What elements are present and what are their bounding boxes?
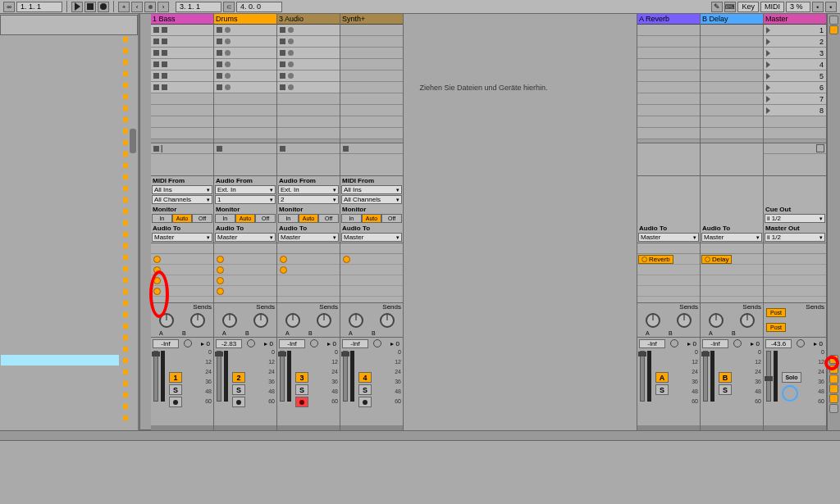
clip-slot[interactable] bbox=[277, 93, 340, 105]
loop-start-display[interactable]: 3. 1. 1 bbox=[176, 2, 221, 12]
performance-section-toggle[interactable] bbox=[829, 404, 838, 413]
clip-slot[interactable] bbox=[340, 70, 403, 82]
clip-slot[interactable] bbox=[151, 82, 213, 93]
crossfade-section-toggle[interactable] bbox=[829, 394, 838, 403]
clip-slot[interactable] bbox=[214, 93, 276, 105]
pan-knob[interactable] bbox=[797, 339, 805, 347]
solo-cue-button[interactable]: Solo bbox=[782, 372, 801, 383]
pan-knob[interactable] bbox=[373, 339, 381, 347]
send-slot[interactable] bbox=[151, 265, 213, 275]
send-slot[interactable] bbox=[340, 286, 403, 297]
monitor-auto-button[interactable]: Auto bbox=[299, 214, 319, 223]
send-slot[interactable] bbox=[214, 275, 276, 286]
output-select[interactable]: Master bbox=[278, 233, 339, 242]
track-title[interactable]: A Reverb bbox=[637, 14, 700, 25]
clip-slot[interactable] bbox=[151, 36, 213, 48]
post-button-a[interactable]: Post bbox=[766, 308, 786, 317]
track-drop-area[interactable] bbox=[404, 14, 637, 430]
clip-slot[interactable] bbox=[151, 93, 213, 105]
track-title[interactable]: Drums bbox=[214, 14, 276, 25]
track-title[interactable]: B Delay bbox=[701, 14, 763, 25]
send-slot[interactable] bbox=[277, 275, 340, 286]
clip-slot[interactable] bbox=[151, 25, 213, 36]
clip-slot[interactable] bbox=[340, 105, 403, 116]
send-slot[interactable] bbox=[277, 254, 340, 265]
volume-display[interactable]: -Inf bbox=[279, 339, 305, 348]
solo-button[interactable]: S bbox=[719, 384, 732, 395]
clip-slot[interactable] bbox=[277, 25, 340, 36]
solo-button[interactable]: S bbox=[655, 384, 669, 395]
send-b-knob[interactable] bbox=[677, 313, 692, 328]
browser-selected-item[interactable] bbox=[1, 355, 119, 366]
arm-button[interactable] bbox=[358, 397, 372, 407]
volume-display[interactable]: -Inf bbox=[153, 339, 179, 348]
pan-knob[interactable] bbox=[184, 339, 192, 347]
send-slot[interactable] bbox=[340, 275, 403, 286]
draw-mode-button[interactable]: ✎ bbox=[711, 2, 723, 12]
master-out-select[interactable]: ii 1/2 bbox=[765, 233, 825, 242]
arm-button[interactable] bbox=[232, 397, 245, 407]
monitor-off-button[interactable]: Off bbox=[192, 214, 212, 223]
return-label[interactable]: Reverb bbox=[638, 255, 673, 264]
stop-button[interactable] bbox=[84, 2, 96, 12]
clip-slot[interactable] bbox=[151, 70, 213, 82]
scene-launch[interactable]: 4 bbox=[764, 59, 826, 70]
send-slot[interactable] bbox=[340, 254, 403, 265]
monitor-in-button[interactable]: In bbox=[278, 214, 299, 223]
clip-slot[interactable] bbox=[214, 116, 276, 128]
scene-launch[interactable]: 5 bbox=[764, 70, 826, 82]
monitor-in-button[interactable]: In bbox=[341, 214, 362, 223]
clip-slot[interactable] bbox=[214, 59, 276, 70]
clip-slot[interactable] bbox=[340, 93, 403, 105]
volume-fader[interactable] bbox=[280, 351, 285, 402]
clip-slot[interactable] bbox=[340, 48, 403, 59]
mixer-section-toggle[interactable] bbox=[829, 384, 838, 393]
track-title[interactable]: 1 Bass bbox=[151, 14, 213, 25]
arm-button[interactable] bbox=[295, 397, 308, 407]
volume-display[interactable]: -Inf bbox=[342, 339, 368, 348]
returns-section-toggle[interactable] bbox=[829, 375, 838, 384]
loop-length-display[interactable]: 4. 0. 0 bbox=[236, 2, 282, 12]
volume-display[interactable]: -43.6 bbox=[765, 339, 792, 348]
clip-slot[interactable] bbox=[151, 59, 213, 70]
track-title[interactable]: Master bbox=[764, 14, 826, 25]
loop-toggle[interactable]: ⊂ bbox=[223, 2, 235, 12]
volume-display[interactable]: -Inf bbox=[639, 339, 665, 348]
monitor-auto-button[interactable]: Auto bbox=[235, 214, 256, 223]
position-display-1[interactable]: 1. 1. 1 bbox=[16, 2, 62, 12]
send-b-knob[interactable] bbox=[380, 313, 395, 328]
pan-knob[interactable] bbox=[310, 339, 318, 347]
clip-slot[interactable] bbox=[340, 82, 403, 93]
send-b-knob[interactable] bbox=[740, 313, 755, 328]
solo-button[interactable]: S bbox=[169, 384, 182, 395]
send-slot[interactable] bbox=[151, 254, 213, 265]
pan-knob[interactable] bbox=[670, 339, 678, 347]
input-type-select[interactable]: All Ins bbox=[152, 185, 212, 194]
send-slot[interactable] bbox=[151, 286, 213, 297]
show-hide-icon[interactable] bbox=[829, 16, 838, 25]
clip-slot[interactable] bbox=[340, 116, 403, 128]
clip-slot[interactable] bbox=[277, 116, 340, 128]
send-slot[interactable] bbox=[151, 275, 213, 286]
monitor-auto-button[interactable]: Auto bbox=[362, 214, 382, 223]
monitor-off-button[interactable]: Off bbox=[381, 214, 402, 223]
record-button[interactable] bbox=[98, 2, 109, 12]
clip-slot[interactable] bbox=[340, 128, 403, 139]
output-select[interactable]: Master bbox=[638, 233, 699, 242]
track-title[interactable]: Synth+ bbox=[340, 14, 403, 25]
send-a-knob[interactable] bbox=[349, 313, 363, 328]
key-map-button[interactable]: Key bbox=[737, 2, 759, 12]
input-type-select[interactable]: Ext. In bbox=[215, 185, 276, 194]
scene-launch[interactable]: 3 bbox=[764, 48, 826, 59]
clip-slot[interactable] bbox=[214, 36, 276, 48]
io-section-toggle[interactable] bbox=[829, 355, 838, 364]
clip-slot[interactable] bbox=[214, 70, 276, 82]
solo-button[interactable]: S bbox=[295, 384, 308, 395]
detail-title-bar[interactable] bbox=[0, 430, 840, 441]
pan-knob[interactable] bbox=[247, 339, 255, 347]
track-activator-button[interactable]: A bbox=[655, 372, 669, 383]
input-channel-select[interactable]: 1 bbox=[215, 195, 276, 204]
clip-slot[interactable] bbox=[277, 105, 340, 116]
arrangement-view-icon[interactable] bbox=[829, 25, 838, 34]
clip-slot[interactable] bbox=[151, 128, 213, 139]
